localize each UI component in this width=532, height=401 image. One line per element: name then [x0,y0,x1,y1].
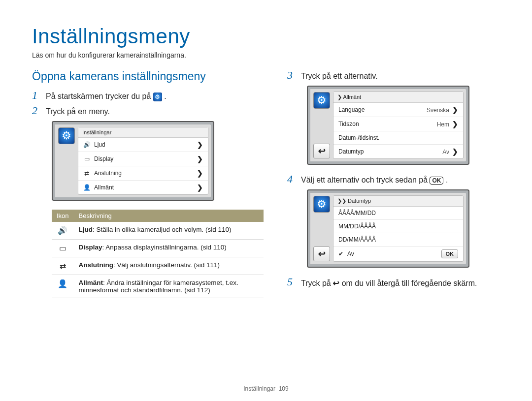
table-header-icon: Ikon [52,210,74,222]
chevron-right-icon: ❯ [197,184,203,191]
step-2-text: Tryck på en meny. [46,105,264,116]
list-item-label: Tidszon [338,121,359,127]
icon-description-table: Ikon Beskrivning 🔊 Ljud: Ställa in olika… [52,210,264,298]
list-item[interactable]: Language Svenska❯ [333,103,463,117]
page-subtitle: Läs om hur du konfigurerar kamerainställ… [32,51,500,59]
list-item-label: Allmänt [94,184,114,191]
list-item-selected[interactable]: ✔Av OK [333,247,463,261]
list-item[interactable]: ▭Display ❯ [78,152,208,166]
list-item[interactable]: Datumtyp Av❯ [333,145,463,158]
screen-breadcrumb: ❯ Allmänt [333,92,463,103]
display-icon: ▭ [83,155,90,162]
table-row: 🔊 Ljud: Ställa in olika kameraljud och v… [52,222,264,240]
list-item[interactable]: DD/MM/ÅÅÅÅ [333,233,463,247]
list-item[interactable]: Tidszon Hem❯ [333,117,463,131]
list-item-label: Display [94,155,113,162]
list-item-value: Av [442,149,449,155]
row-term: Anslutning [79,261,114,269]
section-heading: Öppna kamerans inställningsmeny [32,70,264,83]
back-button[interactable]: ↪ [313,144,330,158]
page-footer: Inställningar 109 [0,385,532,392]
sound-icon: 🔊 [83,141,90,148]
table-header-desc: Beskrivning [74,210,264,222]
step-5: 5 Tryck på ↪ om du vill återgå till före… [287,277,500,288]
footer-page: 109 [279,385,289,392]
ok-button[interactable]: OK [441,249,459,258]
option-label: ÅÅÅÅ/MM/DD [338,210,376,216]
screen-settings-main: Inställningar 🔊Ljud ❯ ▭Display ❯ ⇄Anslut… [52,121,214,201]
list-item[interactable]: ⇄Anslutning ❯ [78,166,208,181]
person-icon: 👤 [52,275,74,298]
list-item-label: Anslutning [94,170,122,177]
row-desc: : Anpassa displayinställningarna. (sid 1… [102,244,227,251]
chevron-right-icon: ❯ [452,148,458,155]
list-item-value: Hem [437,121,449,128]
step-4: 4 Välj ett alternativ och tryck sedan på… [287,174,500,185]
back-icon: ↪ [318,146,326,156]
row-term: Allmänt [79,279,103,286]
step-number: 4 [287,174,301,185]
step-3-text: Tryck på ett alternativ. [301,70,500,81]
row-term: Display [79,244,102,251]
back-icon: ↪ [318,248,326,259]
back-icon: ↪ [333,278,339,288]
screen-header: Inställningar [78,127,208,138]
table-row: ⇄ Anslutning: Välj anslutningsalternativ… [52,257,264,275]
list-item-label: Datum-/tidsinst. [338,134,379,141]
option-label: MM/DD/ÅÅÅÅ [338,223,376,230]
step-number: 2 [32,105,46,116]
footer-label: Inställningar [243,385,275,392]
ok-icon: OK [430,177,443,185]
chevron-right-icon: ❯ [197,169,203,177]
screen-datetype: ↪ ❯❯ Datumtyp ÅÅÅÅ/MM/DD MM/DD/ÅÅÅÅ DD/M… [307,189,469,268]
list-item[interactable]: 🔊Ljud ❯ [78,138,208,152]
step-number: 3 [287,70,301,81]
step-1-text-post: . [164,92,166,100]
row-desc: : Ställa in olika kameraljud och volym. … [93,226,231,233]
option-label: DD/MM/ÅÅÅÅ [338,236,376,243]
step-1-text-pre: På startskärmen trycker du på [46,92,153,100]
step-4-text-pre: Välj ett alternativ och tryck sedan på [301,176,430,184]
gear-icon[interactable] [313,196,330,213]
list-item[interactable]: ÅÅÅÅ/MM/DD [333,207,463,220]
row-desc: : Välj anslutningsalternativ. (sid 111) [113,261,220,269]
step-1: 1 På startskärmen trycker du på . [32,90,264,101]
list-item[interactable]: 👤Allmänt ❯ [78,181,208,194]
step-5-text-post: om du vill återgå till föregående skärm. [342,279,477,287]
list-item-label: Ljud [94,141,105,148]
gear-icon[interactable] [58,127,75,144]
step-5-text-pre: Tryck på [301,279,333,287]
chevron-right-icon: ❯ [452,120,458,128]
row-term: Ljud [79,226,93,233]
list-item[interactable]: MM/DD/ÅÅÅÅ [333,220,463,233]
chevron-right-icon: ❯ [452,106,458,114]
connection-icon: ⇄ [52,257,74,275]
table-row: 👤 Allmänt: Ändra inställningar för kamer… [52,275,264,298]
list-item-value: Svenska [427,107,449,114]
list-item[interactable]: Datum-/tidsinst. [333,131,463,145]
option-label: Av [347,250,354,257]
back-button[interactable]: ↪ [313,247,330,261]
page-title: Inställningsmeny [32,25,500,48]
step-2: 2 Tryck på en meny. [32,105,264,116]
screen-general: ↪ ❯ Allmänt Language Svenska❯ Tidszon He… [307,86,469,165]
sound-icon: 🔊 [52,222,74,240]
row-desc: : Ändra inställningar för kamerasystemet… [79,279,238,294]
connection-icon: ⇄ [83,170,90,177]
chevron-right-icon: ❯ [197,141,203,149]
list-item-label: Datumtyp [338,148,364,155]
person-icon: 👤 [83,184,90,191]
step-number: 5 [287,277,301,287]
chevron-right-icon: ❯ [197,155,203,163]
list-item-label: Language [338,106,365,113]
step-4-text-post: . [446,176,448,184]
step-3: 3 Tryck på ett alternativ. [287,70,500,81]
check-icon: ✔ [338,250,343,257]
gear-icon [153,93,162,101]
screen-breadcrumb: ❯❯ Datumtyp [333,196,463,207]
table-row: ▭ Display: Anpassa displayinställningarn… [52,239,264,257]
display-icon: ▭ [52,239,74,257]
step-number: 1 [32,90,46,101]
gear-icon[interactable] [313,92,330,109]
